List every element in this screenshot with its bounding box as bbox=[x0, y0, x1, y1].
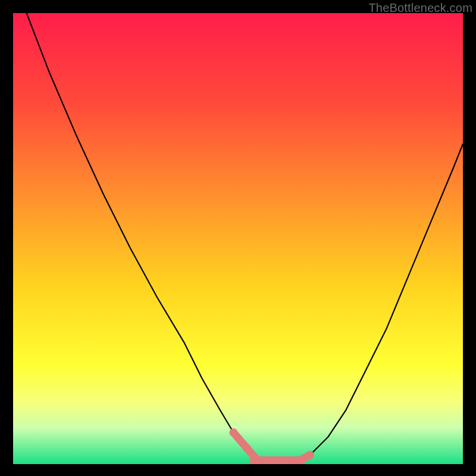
gradient-background bbox=[13, 13, 463, 464]
chart-frame bbox=[13, 13, 463, 464]
bottleneck-chart bbox=[13, 13, 463, 464]
watermark-text: TheBottleneck.com bbox=[368, 1, 472, 15]
